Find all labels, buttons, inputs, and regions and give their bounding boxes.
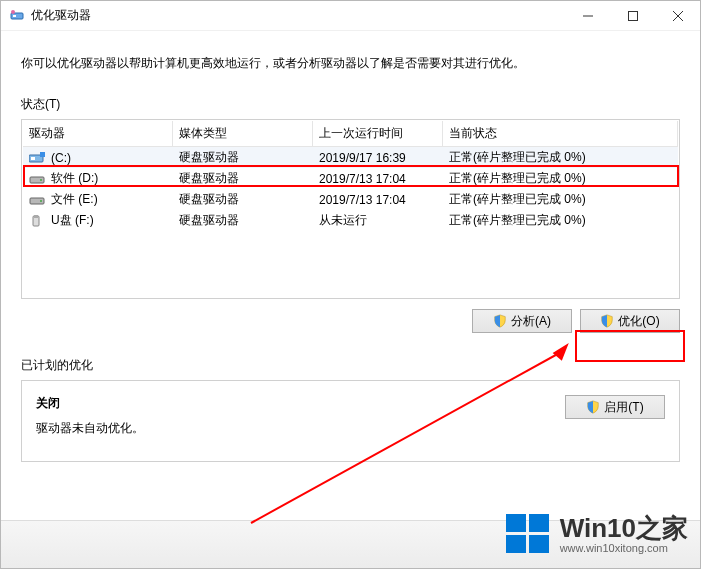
description-text: 你可以优化驱动器以帮助计算机更高效地运行，或者分析驱动器以了解是否需要对其进行优… bbox=[21, 55, 680, 72]
svg-rect-12 bbox=[34, 215, 38, 218]
scheduled-info: 关闭 驱动器未自动优化。 bbox=[36, 395, 565, 437]
svg-rect-1 bbox=[13, 15, 16, 17]
table-row[interactable]: 文件 (E:)硬盘驱动器2019/7/13 17:04正常(碎片整理已完成 0%… bbox=[23, 189, 678, 210]
current-status: 正常(碎片整理已完成 0%) bbox=[443, 208, 678, 233]
optimize-button[interactable]: 优化(O) bbox=[580, 309, 680, 333]
svg-rect-16 bbox=[506, 535, 526, 553]
content-area: 你可以优化驱动器以帮助计算机更高效地运行，或者分析驱动器以了解是否需要对其进行优… bbox=[1, 31, 700, 462]
watermark-text: Win10之家 www.win10xitong.com bbox=[560, 514, 688, 555]
minimize-button[interactable] bbox=[565, 1, 610, 31]
media-type: 硬盘驱动器 bbox=[173, 208, 313, 233]
close-button[interactable] bbox=[655, 1, 700, 31]
svg-rect-15 bbox=[529, 514, 549, 532]
window-controls bbox=[565, 1, 700, 31]
analyze-button[interactable]: 分析(A) bbox=[472, 309, 572, 333]
maximize-button[interactable] bbox=[610, 1, 655, 31]
table-row[interactable]: (C:)硬盘驱动器2019/9/17 16:39正常(碎片整理已完成 0%) bbox=[23, 147, 678, 168]
optimize-button-label: 优化(O) bbox=[618, 313, 659, 330]
last-run: 从未运行 bbox=[313, 208, 443, 233]
status-label: 状态(T) bbox=[21, 96, 680, 113]
col-header-status[interactable]: 当前状态 bbox=[443, 121, 678, 146]
scheduled-section: 已计划的优化 关闭 驱动器未自动优化。 启用(T) bbox=[21, 357, 680, 462]
watermark: Win10之家 www.win10xitong.com bbox=[504, 510, 688, 558]
drive-name: U盘 (F:) bbox=[51, 213, 94, 227]
table-row[interactable]: U盘 (F:)硬盘驱动器从未运行正常(碎片整理已完成 0%) bbox=[23, 210, 678, 231]
drive-name: 文件 (E:) bbox=[51, 192, 98, 206]
scheduled-button-wrap: 启用(T) bbox=[565, 395, 665, 437]
drive-icon bbox=[29, 173, 45, 185]
svg-rect-3 bbox=[628, 11, 637, 20]
svg-point-8 bbox=[40, 179, 42, 181]
enable-button[interactable]: 启用(T) bbox=[565, 395, 665, 419]
windows-logo-icon bbox=[504, 510, 552, 558]
scheduled-status-title: 关闭 bbox=[36, 395, 565, 412]
last-run: 2019/9/17 16:39 bbox=[313, 147, 443, 169]
table-header: 驱动器 媒体类型 上一次运行时间 当前状态 bbox=[23, 121, 678, 147]
col-header-media[interactable]: 媒体类型 bbox=[173, 121, 313, 146]
drive-name: (C:) bbox=[51, 151, 71, 165]
drive-icon bbox=[29, 152, 45, 164]
analyze-button-label: 分析(A) bbox=[511, 313, 551, 330]
shield-icon bbox=[586, 400, 600, 414]
svg-rect-5 bbox=[31, 157, 35, 160]
action-buttons: 分析(A) 优化(O) bbox=[21, 309, 680, 333]
svg-rect-17 bbox=[529, 535, 549, 553]
drive-name: 软件 (D:) bbox=[51, 171, 98, 185]
app-icon bbox=[9, 8, 25, 24]
scheduled-status-text: 驱动器未自动优化。 bbox=[36, 420, 565, 437]
svg-rect-6 bbox=[40, 152, 45, 157]
col-header-last-run[interactable]: 上一次运行时间 bbox=[313, 121, 443, 146]
table-row[interactable]: 软件 (D:)硬盘驱动器2019/7/13 17:04正常(碎片整理已完成 0%… bbox=[23, 168, 678, 189]
col-header-drive[interactable]: 驱动器 bbox=[23, 121, 173, 146]
table-body: (C:)硬盘驱动器2019/9/17 16:39正常(碎片整理已完成 0%)软件… bbox=[23, 147, 678, 297]
svg-point-2 bbox=[11, 10, 15, 14]
last-run: 2019/7/13 17:04 bbox=[313, 168, 443, 190]
watermark-brand: Win10之家 bbox=[560, 514, 688, 543]
drives-group: 驱动器 媒体类型 上一次运行时间 当前状态 (C:)硬盘驱动器2019/9/17… bbox=[21, 119, 680, 299]
window-title: 优化驱动器 bbox=[31, 7, 91, 24]
drive-icon bbox=[29, 215, 45, 227]
svg-rect-14 bbox=[506, 514, 526, 532]
drive-icon bbox=[29, 194, 45, 206]
enable-button-label: 启用(T) bbox=[604, 399, 643, 416]
scheduled-label: 已计划的优化 bbox=[21, 357, 680, 374]
titlebar: 优化驱动器 bbox=[1, 1, 700, 31]
shield-icon bbox=[493, 314, 507, 328]
shield-icon bbox=[600, 314, 614, 328]
svg-point-10 bbox=[40, 200, 42, 202]
scheduled-body: 关闭 驱动器未自动优化。 启用(T) bbox=[21, 380, 680, 462]
watermark-url: www.win10xitong.com bbox=[560, 542, 688, 554]
